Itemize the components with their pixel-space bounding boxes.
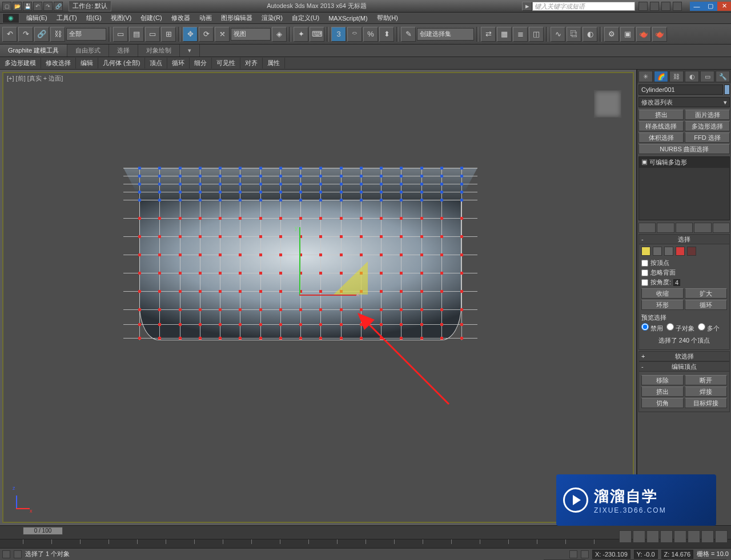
configure-icon[interactable]	[713, 223, 730, 233]
coord-y[interactable]: Y: -0.0	[634, 550, 658, 559]
app-menu-icon[interactable]: ◉	[2, 13, 19, 23]
panel-edit[interactable]: 编辑	[76, 58, 98, 69]
btn-grow[interactable]: 扩大	[685, 288, 727, 299]
select-name-icon[interactable]: ▤	[129, 27, 144, 42]
material-editor-icon[interactable]: ◐	[583, 27, 597, 42]
comm-center-icon[interactable]	[638, 2, 648, 11]
btn-extrude[interactable]: 挤出	[641, 386, 684, 397]
btn-break[interactable]: 断开	[685, 375, 727, 385]
panel-vertex[interactable]: 顶点	[145, 58, 167, 69]
workspace-dropdown[interactable]: 工作台: 默认	[69, 1, 111, 11]
qa-open-icon[interactable]: 📂	[13, 2, 22, 11]
percent-snap-icon[interactable]: %	[363, 27, 378, 42]
nav-next-icon[interactable]	[660, 530, 673, 543]
panel-props[interactable]: 属性	[263, 58, 285, 69]
menu-group[interactable]: 组(G)	[82, 13, 106, 23]
curve-editor-icon[interactable]: ∿	[551, 27, 565, 42]
ref-coord-dropdown[interactable]: 视图	[231, 28, 271, 41]
rollout-editvertex[interactable]: -编辑顶点	[638, 361, 730, 372]
redo-icon[interactable]: ↷	[18, 27, 33, 42]
btn-loop[interactable]: 循环	[685, 300, 727, 310]
coord-x[interactable]: X: -230.109	[592, 550, 630, 559]
viewport[interactable]: [+] [前] [真实 + 边面] yx zx	[0, 70, 637, 525]
menu-render[interactable]: 渲染(R)	[257, 13, 287, 23]
panel-loop[interactable]: 循环	[167, 58, 190, 69]
mod-volsel[interactable]: 体积选择	[638, 132, 684, 143]
snap-toggle-icon[interactable]: 3	[331, 27, 346, 42]
nav-max-icon[interactable]	[715, 530, 728, 543]
mirror-icon[interactable]: ⇄	[481, 27, 496, 42]
stack-item[interactable]: ▣ 可编辑多边形	[639, 157, 729, 168]
time-slider-thumb[interactable]: 0 / 100	[23, 527, 63, 535]
subobj-poly-icon[interactable]	[676, 247, 685, 256]
tab-hierarchy-icon[interactable]: ⛓	[669, 71, 684, 82]
rad-multi[interactable]: 多个	[698, 323, 720, 333]
object-name-input[interactable]	[638, 84, 723, 95]
btn-shrink[interactable]: 收缩	[641, 288, 684, 299]
spinner-snap-icon[interactable]: ⬍	[379, 27, 394, 42]
subobj-border-icon[interactable]	[664, 247, 673, 256]
modifier-list-dropdown[interactable]: 修改器列表	[638, 97, 730, 107]
nav-zoom-icon[interactable]	[688, 530, 700, 543]
chk-by-angle[interactable]: 按角度:	[641, 277, 727, 287]
btn-targetweld[interactable]: 目标焊接	[685, 398, 727, 408]
help-icon[interactable]	[673, 2, 682, 11]
menu-edit[interactable]: 编辑(E)	[22, 13, 52, 23]
selection-filter-dropdown[interactable]: 全部	[66, 28, 106, 41]
ribbon-tab-paint[interactable]: 对象绘制	[138, 45, 180, 57]
angle-snap-icon[interactable]: ⌔	[347, 27, 362, 42]
angle-spinner[interactable]	[673, 279, 680, 286]
undo-icon[interactable]: ↶	[2, 27, 17, 42]
qa-save-icon[interactable]: 💾	[23, 2, 32, 11]
tab-motion-icon[interactable]: ◐	[685, 71, 699, 82]
viewcube-icon[interactable]	[594, 90, 621, 118]
mod-splinesel[interactable]: 样条线选择	[638, 121, 684, 131]
select-icon[interactable]: ▭	[113, 27, 128, 42]
select-manipulate-icon[interactable]: ✦	[294, 27, 308, 42]
qa-link-icon[interactable]: 🔗	[54, 2, 63, 11]
ribbon-tab-freeform[interactable]: 自由形式	[67, 45, 109, 57]
close-button[interactable]: ✕	[717, 2, 731, 11]
viewport-label[interactable]: [+] [前] [真实 + 边面]	[7, 74, 63, 83]
qa-undo-icon[interactable]: ↶	[33, 2, 42, 11]
maximize-button[interactable]: ▢	[704, 2, 717, 11]
mod-ffdsel[interactable]: FFD 选择	[685, 132, 730, 143]
subobj-vertex-icon[interactable]	[641, 247, 650, 256]
edit-named-sel-icon[interactable]: ✎	[401, 27, 416, 42]
render-prod-icon[interactable]: 🫖	[652, 27, 667, 42]
panel-vis[interactable]: 可见性	[212, 58, 240, 69]
mod-nurbs[interactable]: NURBS 曲面选择	[638, 144, 730, 154]
rollout-softsel[interactable]: +软选择	[638, 351, 730, 361]
qa-new-icon[interactable]: ▢	[2, 2, 11, 11]
mod-polysel[interactable]: 多边形选择	[685, 121, 730, 131]
tab-modify-icon[interactable]: 🌈	[654, 71, 668, 82]
lock-sel-icon[interactable]	[581, 550, 589, 558]
viewport-canvas[interactable]: [+] [前] [真实 + 边面] yx zx	[2, 72, 634, 523]
remove-mod-icon[interactable]	[694, 223, 711, 233]
chk-ignore-back[interactable]: 忽略背面	[641, 268, 727, 277]
align-icon[interactable]: ▦	[497, 27, 512, 42]
menu-create[interactable]: 创建(C)	[136, 13, 166, 23]
link-icon[interactable]: 🔗	[34, 27, 49, 42]
info-arrow-icon[interactable]: ▸	[522, 2, 532, 11]
menu-modifier[interactable]: 修改器	[167, 13, 195, 23]
panel-polymodel[interactable]: 多边形建模	[0, 58, 41, 69]
qa-redo-icon[interactable]: ↷	[43, 2, 53, 11]
object-color-swatch[interactable]	[724, 84, 730, 95]
nav-prev-icon[interactable]	[633, 530, 645, 543]
render-setup-icon[interactable]: ⚙	[604, 27, 619, 42]
isolate-icon[interactable]	[569, 550, 577, 558]
keyboard-shortcut-icon[interactable]: ⌨	[310, 27, 324, 42]
panel-align[interactable]: 对齐	[240, 58, 263, 69]
lock-icon[interactable]	[14, 550, 22, 558]
menu-customize[interactable]: 自定义(U)	[287, 13, 324, 23]
subobj-element-icon[interactable]	[687, 247, 696, 256]
btn-ring[interactable]: 环形	[641, 300, 684, 310]
unlink-icon[interactable]: ⛓	[50, 27, 65, 42]
ribbon-tab-expand-icon[interactable]: ▾	[180, 45, 200, 57]
tab-utility-icon[interactable]: 🔧	[716, 71, 730, 82]
rotate-icon[interactable]: ⟳	[199, 27, 214, 42]
nav-zoomall-icon[interactable]	[701, 530, 714, 543]
help-search-input[interactable]: 键入关键字或短语	[532, 2, 635, 11]
script-icon[interactable]	[2, 550, 10, 558]
